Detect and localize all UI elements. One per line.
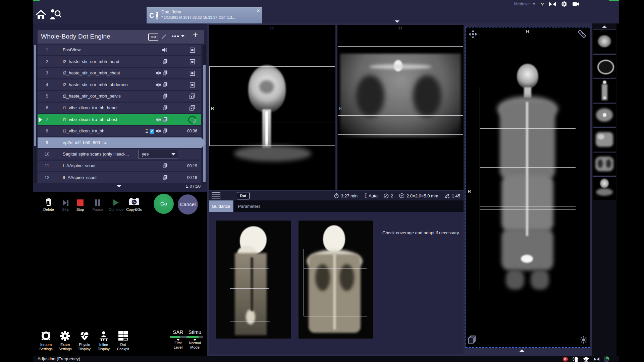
protocol-step-9[interactable]: 9ep2d_diff_b50_800_tra bbox=[38, 137, 206, 148]
add-step-button[interactable]: + bbox=[193, 29, 198, 40]
user-menu[interactable]: Meduser bbox=[514, 2, 536, 6]
thumbnail-skull-axial[interactable] bbox=[593, 54, 616, 77]
inline-display-button[interactable]: InlineDisplay bbox=[94, 330, 113, 351]
patient-banner[interactable]: C Doe, John * 1/1/1991 M 2017.08.23-15:3… bbox=[147, 7, 262, 23]
viewport-coronal-head[interactable]: H R bbox=[209, 25, 335, 190]
status-message: Adjusting (Frequency)... bbox=[38, 356, 84, 361]
status-line-right bbox=[609, 0, 619, 1]
inroom-icon bbox=[41, 330, 51, 341]
station-line bbox=[230, 308, 269, 308]
exam-settings-button[interactable]: ExamSettings bbox=[55, 330, 75, 351]
localizer-sagittal[interactable] bbox=[216, 221, 291, 339]
coverage-frame bbox=[480, 87, 576, 290]
viewport-scroll-up-icon[interactable] bbox=[519, 349, 525, 352]
protocol-step-10[interactable]: 10Sagittal spine scans (only Head-...yes bbox=[38, 149, 201, 160]
step-number: 4 bbox=[38, 82, 56, 87]
speaker-icon bbox=[156, 129, 161, 133]
chevron-down-icon bbox=[532, 3, 536, 5]
pause-button[interactable]: Pause bbox=[88, 197, 107, 212]
stack-icon[interactable] bbox=[468, 335, 477, 344]
edit-pencil-icon[interactable] bbox=[161, 34, 167, 40]
scroll-thumb[interactable] bbox=[34, 45, 36, 146]
thumbnail-abdomen-coronal[interactable] bbox=[593, 127, 616, 151]
protocol-step-7[interactable]: 7t1_vibe_dixon_tra_bh_chest bbox=[38, 114, 201, 125]
program-copy-icon bbox=[163, 82, 167, 87]
chevron-down-icon bbox=[171, 153, 175, 156]
pan-move-icon[interactable] bbox=[468, 29, 478, 39]
more-options-button[interactable] bbox=[172, 35, 184, 37]
protocol-step-4[interactable]: 4t2_haste_stir_cor_mbh_abdomen bbox=[38, 79, 201, 90]
protocol-step-2[interactable]: 2t2_haste_stir_cor_mbh_head bbox=[38, 56, 201, 67]
svg-text:C: C bbox=[149, 12, 154, 19]
delete-button[interactable]: Delete bbox=[39, 197, 58, 212]
pencil-circle-icon bbox=[384, 193, 389, 198]
system-error-icon[interactable]: ✕ bbox=[563, 357, 568, 362]
stop-button[interactable]: Stop bbox=[71, 197, 90, 212]
voxel-size: 2.0×2.0×5.0 mm bbox=[399, 193, 438, 198]
localizer-coronal[interactable] bbox=[299, 221, 373, 339]
disk-space-icon[interactable] bbox=[604, 356, 609, 362]
protocol-step-11[interactable]: 11I_AAspine_scout00:19 bbox=[38, 161, 201, 171]
stimu-bar bbox=[186, 336, 203, 338]
step-duration: 00:19 bbox=[187, 164, 197, 168]
step-name: I_AAspine_scout bbox=[63, 163, 96, 168]
dot-cockpit-button[interactable]: DotCockpit bbox=[113, 330, 133, 351]
step-number: 6 bbox=[38, 105, 56, 110]
gear-icon[interactable] bbox=[561, 1, 567, 7]
viewport-whole-body[interactable]: H R bbox=[466, 27, 590, 348]
tab-parameters[interactable]: Parameters bbox=[234, 200, 265, 212]
stimu-title: Stimu bbox=[186, 329, 203, 335]
ruler-icon[interactable] bbox=[577, 29, 587, 39]
table-view-icon[interactable] bbox=[212, 192, 220, 199]
decision-dropdown[interactable]: yes bbox=[139, 150, 178, 159]
protocol-step-12[interactable]: 12II_AAspine_scout00:19 bbox=[38, 172, 201, 183]
viewport-coronal-chest[interactable]: H R bbox=[337, 25, 464, 190]
thumbnail-pelvis-coronal[interactable] bbox=[593, 103, 616, 126]
scan-mode: Auto bbox=[364, 193, 378, 198]
station-line bbox=[304, 268, 367, 268]
help-button[interactable]: ? bbox=[541, 1, 544, 7]
signal-icon bbox=[444, 193, 450, 198]
patient-browser-button[interactable] bbox=[49, 8, 61, 22]
step-name: t1_vibe_dixon_tra_bh_chest bbox=[63, 117, 117, 122]
dot-display-button[interactable]: Dot bbox=[237, 192, 250, 199]
continue-button[interactable]: Continue bbox=[107, 197, 125, 212]
slice-line bbox=[338, 46, 463, 47]
step-duration: 00:19 bbox=[187, 175, 197, 180]
auto-position-icon bbox=[190, 59, 195, 64]
protocol-title: Whole-Body Dot Engine bbox=[41, 33, 110, 40]
list-scrollbar-left[interactable] bbox=[34, 45, 37, 183]
thumbnail-chest-coronal[interactable] bbox=[593, 152, 616, 175]
cancel-button[interactable]: Cancel bbox=[178, 194, 198, 215]
protocol-step-3[interactable]: 3t2_haste_stir_cor_mbh_chest bbox=[38, 68, 201, 78]
intercom-icon[interactable] bbox=[572, 356, 579, 362]
protocol-step-8[interactable]: 8t1_vibe_dixon_tra_bh200:36 bbox=[38, 126, 201, 136]
go-button[interactable]: Go bbox=[154, 194, 174, 214]
pause-icon bbox=[88, 197, 107, 206]
stop-label: Stop bbox=[71, 207, 90, 212]
thumb-scroll-up-icon[interactable] bbox=[602, 25, 607, 28]
table-dock-icon[interactable] bbox=[594, 357, 599, 361]
stopwatch-icon bbox=[334, 193, 339, 198]
table-dock-icon[interactable] bbox=[549, 2, 556, 6]
inroom-settings-button[interactable]: InroomSettings bbox=[36, 330, 56, 351]
stop-icon bbox=[71, 197, 90, 206]
protocol-step-5[interactable]: 5t2_haste_stir_cor_mbh_pelvis bbox=[38, 91, 201, 102]
close-icon[interactable]: ✕ bbox=[257, 8, 260, 13]
list-scroll-down-icon[interactable] bbox=[116, 185, 122, 187]
physio-display-button[interactable]: PhysioDisplay bbox=[75, 330, 94, 351]
home-button[interactable] bbox=[35, 9, 47, 22]
phone-icon[interactable] bbox=[583, 356, 589, 362]
protocol-step-6[interactable]: 6t1_vibe_dixon_tra_bh_head bbox=[38, 103, 201, 113]
protocol-step-1[interactable]: 1FastView bbox=[38, 45, 201, 55]
thumbnail-whole-body-coronal[interactable] bbox=[593, 78, 616, 102]
copy-go-button[interactable]: Go Copy&Go bbox=[125, 197, 144, 212]
brightness-icon[interactable] bbox=[580, 336, 588, 344]
thumbnail-head-axial[interactable] bbox=[593, 29, 616, 53]
iso-badge: ISO bbox=[148, 34, 158, 41]
tab-guidance[interactable]: Guidance bbox=[209, 200, 233, 212]
step-number: 1 bbox=[38, 47, 56, 52]
thumbnail-head-shoulders-coronal[interactable] bbox=[593, 176, 616, 200]
delete-label: Delete bbox=[39, 207, 58, 212]
camera-icon[interactable] bbox=[573, 2, 579, 6]
